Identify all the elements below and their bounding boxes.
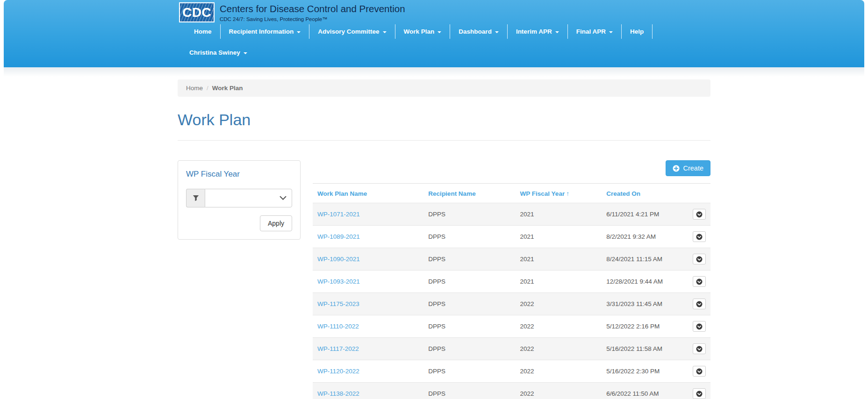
user-menu[interactable]: Christina Swiney bbox=[186, 45, 256, 60]
apply-button[interactable]: Apply bbox=[260, 215, 292, 231]
nav-item-work-plan[interactable]: Work Plan bbox=[395, 24, 451, 39]
chevron-down-icon bbox=[609, 31, 613, 33]
wp-fiscal-year-cell: 2021 bbox=[516, 203, 602, 226]
table-row: WP-1138-2022 DPPS 2022 6/6/2022 11:50 AM bbox=[313, 383, 710, 399]
table-row: WP-1093-2021 DPPS 2021 12/28/2021 9:44 A… bbox=[313, 271, 710, 293]
chevron-down-circle-icon bbox=[696, 256, 703, 263]
recipient-name-cell: DPPS bbox=[423, 203, 515, 226]
table-row: WP-1175-2023 DPPS 2022 3/31/2023 11:45 A… bbox=[313, 293, 710, 315]
created-on-cell: 6/6/2022 11:50 AM bbox=[602, 383, 688, 399]
nav-item-home[interactable]: Home bbox=[186, 24, 221, 39]
created-on-cell: 3/31/2023 11:45 AM bbox=[602, 293, 688, 315]
wp-fiscal-year-cell: 2022 bbox=[516, 383, 602, 399]
cdc-logo[interactable]: CDC bbox=[179, 2, 215, 22]
body-row: WP Fiscal Year Apply Create bbox=[178, 160, 710, 399]
row-actions-button[interactable] bbox=[693, 276, 706, 287]
nav-item-label: Dashboard bbox=[459, 28, 492, 35]
filter-panel: WP Fiscal Year Apply bbox=[178, 160, 301, 240]
row-actions-button[interactable] bbox=[693, 366, 706, 377]
nav-item-label: Final APR bbox=[576, 28, 606, 35]
chevron-down-icon bbox=[297, 31, 301, 33]
breadcrumb-current: Work Plan bbox=[212, 85, 243, 92]
wp-fiscal-year-cell: 2022 bbox=[516, 360, 602, 383]
created-on-cell: 5/16/2022 2:30 PM bbox=[602, 360, 688, 383]
row-actions-button[interactable] bbox=[693, 388, 706, 399]
plus-circle-icon bbox=[673, 165, 680, 172]
chevron-down-circle-icon bbox=[696, 278, 703, 285]
work-plan-name-link[interactable]: WP-1138-2022 bbox=[317, 390, 359, 397]
nav-item-help[interactable]: Help bbox=[622, 24, 653, 39]
nav-item-label: Home bbox=[194, 28, 212, 35]
created-on-cell: 12/28/2021 9:44 AM bbox=[602, 271, 688, 293]
column-header-wp-fiscal-year[interactable]: WP Fiscal Year bbox=[520, 190, 565, 197]
recipient-name-cell: DPPS bbox=[423, 315, 515, 338]
created-on-cell: 8/24/2021 11:15 AM bbox=[602, 248, 688, 271]
work-plan-name-link[interactable]: WP-1093-2021 bbox=[317, 278, 360, 285]
work-plan-name-link[interactable]: WP-1175-2023 bbox=[317, 300, 359, 307]
filter-icon bbox=[186, 189, 205, 207]
nav-item-label: Interim APR bbox=[516, 28, 552, 35]
row-actions-button[interactable] bbox=[693, 343, 706, 354]
work-plan-name-link[interactable]: WP-1110-2022 bbox=[317, 323, 359, 330]
work-plan-name-link[interactable]: WP-1090-2021 bbox=[317, 256, 360, 263]
nav-item-advisory-committee[interactable]: Advisory Committee bbox=[309, 24, 395, 39]
breadcrumb-home-link[interactable]: Home bbox=[186, 85, 203, 92]
filter-actions: Apply bbox=[186, 215, 292, 231]
chevron-down-icon bbox=[495, 31, 499, 33]
chevron-down-circle-icon bbox=[696, 323, 703, 330]
work-plan-table-body: WP-1071-2021 DPPS 2021 6/11/2021 4:21 PM… bbox=[313, 203, 710, 399]
brand: CDC Centers for Disease Control and Prev… bbox=[179, 2, 405, 22]
row-actions-button[interactable] bbox=[693, 209, 706, 220]
create-button[interactable]: Create bbox=[666, 160, 710, 176]
recipient-name-cell: DPPS bbox=[423, 271, 515, 293]
main-nav: Home Recipient Information Advisory Comm… bbox=[186, 24, 653, 39]
recipient-name-cell: DPPS bbox=[423, 360, 515, 383]
wp-fiscal-year-cell: 2022 bbox=[516, 293, 602, 315]
site-header: CDC Centers for Disease Control and Prev… bbox=[4, 0, 864, 67]
main-content: Home/Work Plan Work Plan WP Fiscal Year … bbox=[178, 79, 710, 399]
column-header-created-on[interactable]: Created On bbox=[606, 190, 640, 197]
column-header-recipient-name[interactable]: Recipient Name bbox=[428, 190, 475, 197]
user-menu-label: Christina Swiney bbox=[189, 49, 240, 56]
table-row: WP-1089-2021 DPPS 2021 8/2/2021 9:32 AM bbox=[313, 226, 710, 248]
created-on-cell: 5/16/2022 11:58 AM bbox=[602, 338, 688, 360]
table-row: WP-1090-2021 DPPS 2021 8/24/2021 11:15 A… bbox=[313, 248, 710, 271]
breadcrumb-separator: / bbox=[207, 85, 208, 92]
chevron-down-icon bbox=[555, 31, 559, 33]
work-plan-table: Work Plan Name Recipient Name WP Fiscal … bbox=[313, 183, 710, 399]
work-plan-name-link[interactable]: WP-1071-2021 bbox=[317, 211, 360, 218]
site-tagline: CDC 24/7: Saving Lives, Protecting Peopl… bbox=[220, 16, 405, 22]
sort-ascending-icon: ↑ bbox=[566, 190, 569, 197]
row-actions-button[interactable] bbox=[693, 231, 706, 242]
site-title: Centers for Disease Control and Preventi… bbox=[220, 2, 405, 14]
chevron-down-circle-icon bbox=[696, 391, 703, 397]
wp-fiscal-year-cell: 2021 bbox=[516, 226, 602, 248]
nav-item-recipient-information[interactable]: Recipient Information bbox=[221, 24, 310, 39]
nav-item-final-apr[interactable]: Final APR bbox=[568, 24, 622, 39]
wp-fiscal-year-cell: 2021 bbox=[516, 248, 602, 271]
created-on-cell: 5/12/2022 2:16 PM bbox=[602, 315, 688, 338]
nav-item-label: Work Plan bbox=[404, 28, 435, 35]
work-plan-name-link[interactable]: WP-1117-2022 bbox=[317, 345, 359, 352]
wp-fiscal-year-cell: 2022 bbox=[516, 338, 602, 360]
row-actions-button[interactable] bbox=[693, 321, 706, 332]
row-actions-button[interactable] bbox=[693, 299, 706, 309]
fiscal-year-select[interactable] bbox=[205, 189, 292, 207]
chevron-down-icon bbox=[383, 31, 387, 33]
work-plan-name-link[interactable]: WP-1120-2022 bbox=[317, 368, 359, 375]
row-actions-button[interactable] bbox=[693, 254, 706, 264]
fiscal-year-input-group bbox=[186, 189, 292, 207]
table-row: WP-1120-2022 DPPS 2022 5/16/2022 2:30 PM bbox=[313, 360, 710, 383]
breadcrumb: Home/Work Plan bbox=[178, 79, 710, 97]
cdc-logo-text: CDC bbox=[182, 5, 211, 20]
wp-fiscal-year-cell: 2022 bbox=[516, 315, 602, 338]
column-header-work-plan-name[interactable]: Work Plan Name bbox=[317, 190, 367, 197]
nav-item-label: Advisory Committee bbox=[318, 28, 379, 35]
nav-item-label: Help bbox=[630, 28, 644, 35]
nav-item-dashboard[interactable]: Dashboard bbox=[450, 24, 508, 39]
wp-fiscal-year-cell: 2021 bbox=[516, 271, 602, 293]
title-divider bbox=[178, 140, 710, 141]
work-plan-name-link[interactable]: WP-1089-2021 bbox=[317, 233, 360, 240]
nav-item-interim-apr[interactable]: Interim APR bbox=[508, 24, 568, 39]
page-title: Work Plan bbox=[178, 111, 710, 129]
